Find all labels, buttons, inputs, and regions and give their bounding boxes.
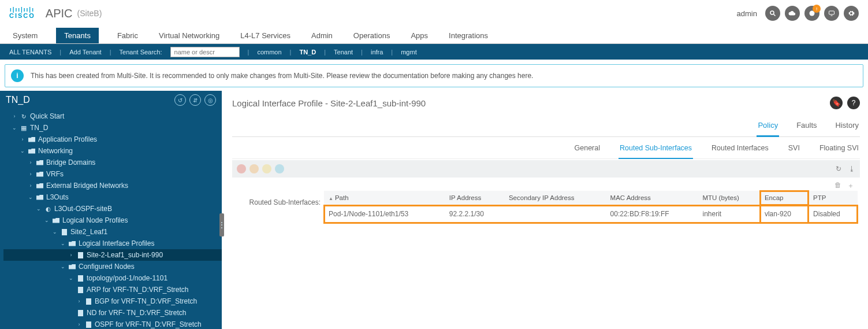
tenant-search-input[interactable]	[170, 47, 240, 57]
fault-warning-icon[interactable]	[275, 164, 284, 173]
tree-vrfs[interactable]: ›VRFs	[3, 168, 222, 180]
info-icon: i	[11, 69, 24, 82]
tab-tenants[interactable]: Tenants	[56, 28, 99, 43]
routed-sub-interfaces-table: ▲Path IP Address Secondary IP Address MA…	[324, 191, 858, 223]
folder-icon	[36, 182, 44, 189]
tree-ext-bridged-networks[interactable]: ›External Bridged Networks	[3, 180, 222, 191]
quick-start-icon	[20, 113, 28, 120]
tab-apps[interactable]: Apps	[408, 28, 430, 43]
folder-icon	[28, 147, 36, 154]
tree-site2-leaf1[interactable]: ⌄Site2_Leaf1	[3, 226, 222, 238]
download-icon[interactable]: ⭳	[848, 165, 855, 173]
tenant-icon	[20, 124, 28, 131]
user-name[interactable]: admin	[737, 9, 757, 18]
tree-action-2-icon[interactable]: ⇵	[189, 94, 201, 106]
col-mac[interactable]: MAC Address	[606, 191, 698, 205]
tree-arp[interactable]: ARP for VRF-TN_D:VRF_Stretch	[3, 284, 222, 295]
section-label: Routed Sub-Interfaces:	[234, 198, 324, 206]
fault-major-icon[interactable]	[249, 164, 259, 173]
tenant-link-common[interactable]: common	[257, 49, 281, 56]
doc-icon	[76, 275, 84, 282]
tab-system[interactable]: System	[10, 28, 40, 43]
tree-quick-start[interactable]: ›Quick Start	[3, 110, 222, 122]
svg-point-0	[770, 11, 774, 14]
folder-icon	[36, 171, 44, 178]
tree-logical-interface-profiles[interactable]: ⌄Logical Interface Profiles	[3, 238, 222, 249]
delete-row-icon[interactable]: 🗑	[835, 181, 841, 191]
subtab-svi[interactable]: SVI	[787, 142, 801, 158]
alerts-icon[interactable]: !	[804, 6, 819, 21]
tab-integrations[interactable]: Integrations	[446, 28, 490, 43]
search-icon[interactable]	[765, 6, 780, 21]
tree-action-1-icon[interactable]: ↺	[174, 94, 186, 106]
tree-ospf[interactable]: ›OSPF for VRF-TN_D:VRF_Stretch	[3, 319, 222, 329]
tree-sub-int-990[interactable]: ›Site-2-Leaf1_sub-int-990	[3, 249, 222, 261]
tab-admin[interactable]: Admin	[309, 28, 335, 43]
tree-networking[interactable]: ⌄Networking	[3, 145, 222, 157]
tree-topology-node[interactable]: ⌄topology/pod-1/node-1101	[3, 272, 222, 284]
banner-text: This has been created from Multi-Site. I…	[31, 72, 533, 80]
svg-rect-3	[829, 11, 835, 14]
tree-action-3-icon[interactable]: ◎	[204, 94, 216, 106]
folder-icon	[36, 194, 44, 201]
tree-l3out-ospf[interactable]: ⌄L3Out-OSPF-siteB	[3, 203, 222, 215]
subtab-floating-svi[interactable]: Floating SVI	[818, 142, 860, 158]
cell-ip: 92.2.2.1/30	[445, 205, 504, 223]
tab-l4l7[interactable]: L4-L7 Services	[238, 28, 293, 43]
subtab-general[interactable]: General	[573, 142, 601, 158]
doc-icon	[76, 252, 84, 258]
feedback-icon[interactable]	[824, 6, 839, 21]
tab-fabric[interactable]: Fabric	[115, 28, 140, 43]
col-secondary-ip[interactable]: Secondary IP Address	[504, 191, 606, 205]
tab-faults[interactable]: Faults	[795, 117, 818, 136]
tree-nd[interactable]: ND for VRF- TN_D:VRF_Stretch	[3, 307, 222, 319]
help-icon[interactable]: ?	[847, 97, 860, 109]
tree-app-profiles[interactable]: ›Application Profiles	[3, 134, 222, 145]
refresh-icon[interactable]: ↻	[836, 165, 841, 173]
tenant-link-mgmt[interactable]: mgmt	[401, 49, 417, 56]
content-toolbar: ↻ ⭳	[232, 160, 860, 178]
col-encap[interactable]: Encap	[760, 191, 809, 205]
tree-bgp[interactable]: ›BGP for VRF-TN_D:VRF_Stretch	[3, 295, 222, 307]
cell-secondary-ip	[504, 205, 606, 223]
tab-operations[interactable]: Operations	[351, 28, 393, 43]
tab-virtual-networking[interactable]: Virtual Networking	[157, 28, 222, 43]
main-content: Logical Interface Profile - Site-2-Leaf1…	[222, 91, 868, 329]
tenant-link-infra[interactable]: infra	[371, 49, 383, 56]
sidebar-resize-handle[interactable]: ⋮	[219, 213, 224, 236]
page-title: Logical Interface Profile - Site-2-Leaf1…	[232, 98, 426, 108]
all-tenants-link[interactable]: ALL TENANTS	[9, 49, 51, 56]
tenant-link-tn_d[interactable]: TN_D	[299, 49, 316, 56]
detail-tabs-sub: General Routed Sub-Interfaces Routed Int…	[232, 137, 860, 159]
tab-policy[interactable]: Policy	[757, 117, 779, 137]
cell-mac: 00:22:BD:F8:19:FF	[606, 205, 698, 223]
tree-configured-nodes[interactable]: ⌄Configured Nodes	[3, 261, 222, 272]
svg-line-1	[774, 14, 776, 16]
tree-tenant[interactable]: ⌄TN_D	[3, 122, 222, 134]
tenant-search-label: Tenant Search:	[120, 49, 162, 56]
tree-bridge-domains[interactable]: ›Bridge Domains	[3, 157, 222, 168]
multisite-info-banner: i This has been created from Multi-Site.…	[5, 64, 863, 87]
cloud-icon[interactable]	[785, 6, 800, 21]
table-row[interactable]: Pod-1/Node-1101/eth1/53 92.2.2.1/30 00:2…	[324, 205, 858, 223]
fault-critical-icon[interactable]	[237, 164, 246, 173]
tenant-link-tenant[interactable]: Tenant	[334, 49, 353, 56]
col-mtu[interactable]: MTU (bytes)	[698, 191, 760, 205]
col-ip[interactable]: IP Address	[445, 191, 504, 205]
nav-tree-panel: TN_D ↺ ⇵ ◎ ›Quick Start ⌄TN_D ›Applicati…	[0, 91, 222, 329]
tab-history[interactable]: History	[835, 117, 860, 136]
col-ptp[interactable]: PTP	[809, 191, 858, 205]
folder-icon	[68, 240, 76, 247]
subtab-routed-interfaces[interactable]: Routed Interfaces	[710, 142, 770, 158]
add-tenant-link[interactable]: Add Tenant	[69, 49, 101, 56]
subtab-routed-sub-interfaces[interactable]: Routed Sub-Interfaces	[619, 142, 693, 159]
tree-logical-node-profiles[interactable]: ⌄Logical Node Profiles	[3, 215, 222, 226]
bookmark-icon[interactable]: 🔖	[830, 97, 843, 109]
folder-icon	[36, 159, 44, 166]
col-path[interactable]: ▲Path	[324, 191, 445, 205]
tree-l3outs[interactable]: ⌄L3Outs	[3, 191, 222, 203]
l3out-icon	[44, 205, 52, 212]
add-row-icon[interactable]: ＋	[847, 181, 854, 191]
fault-minor-icon[interactable]	[262, 164, 271, 173]
settings-gear-icon[interactable]	[844, 6, 859, 21]
